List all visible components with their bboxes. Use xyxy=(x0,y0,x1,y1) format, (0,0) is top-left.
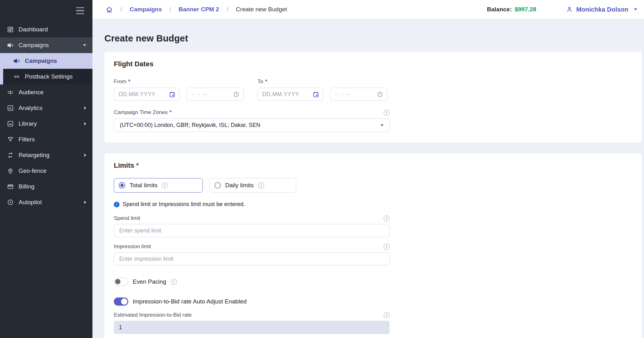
filter-icon xyxy=(7,136,14,143)
daily-limits-label: Daily limits xyxy=(225,182,254,189)
sidebar-item-label: Audience xyxy=(19,89,86,96)
to-date-input[interactable]: DD.MM.YYYY xyxy=(258,88,323,101)
main-content: Create new Budget Flight Dates From* DD.… xyxy=(92,19,644,338)
from-date-group: From* DD.MM.YYYY -- : -- xyxy=(114,79,244,101)
timezone-label: Campaign Time Zones* xyxy=(114,109,172,116)
sidebar-item-campaigns[interactable]: Campaigns xyxy=(0,37,92,53)
required-marker: * xyxy=(265,79,267,84)
limits-info-text: Spend limit or Impressions limit must be… xyxy=(123,201,245,208)
sidebar-item-dashboard[interactable]: Dashboard xyxy=(0,22,92,37)
audience-icon xyxy=(7,89,14,96)
sidebar-item-audience[interactable]: Audience xyxy=(0,84,92,100)
map-pin-icon xyxy=(7,167,14,174)
info-icon[interactable]: i xyxy=(162,183,168,188)
hamburger-menu-button[interactable] xyxy=(76,7,86,14)
time-placeholder: -- : -- xyxy=(335,91,352,98)
sidebar-item-billing[interactable]: Billing xyxy=(0,179,92,194)
breadcrumb-separator: / xyxy=(120,6,122,13)
sidebar-item-label: Geo-fence xyxy=(19,167,86,174)
info-icon[interactable]: i xyxy=(384,244,390,250)
timezone-select[interactable]: (UTC+00:00) London, GBR; Reykjavik, ISL;… xyxy=(114,118,390,132)
info-icon[interactable]: i xyxy=(384,110,390,116)
toggle-knob xyxy=(115,279,120,284)
balance-label: Balance: xyxy=(487,6,512,13)
toggle-knob xyxy=(121,298,127,305)
credit-card-icon xyxy=(7,183,14,190)
from-date-input[interactable]: DD.MM.YYYY xyxy=(114,88,180,101)
limits-type-radio-group: Total limits i Daily limits i xyxy=(114,178,632,193)
sidebar-item-library[interactable]: Library xyxy=(0,116,92,132)
breadcrumb-link-campaigns[interactable]: Campaigns xyxy=(130,6,162,13)
flight-dates-card: Flight Dates From* DD.MM.YYYY xyxy=(104,52,642,143)
chevron-right-icon xyxy=(84,122,86,125)
person-icon xyxy=(566,6,573,13)
sidebar-subitem-postback-settings[interactable]: Postback Settings xyxy=(3,69,92,84)
time-placeholder: -- : -- xyxy=(191,91,208,98)
estimated-rate-label-row: Estimated Impression-to-Bid rate i xyxy=(114,312,390,318)
info-filled-icon: i xyxy=(114,202,119,207)
sidebar-item-label: Postback Settings xyxy=(25,73,86,80)
total-limits-radio[interactable]: Total limits i xyxy=(114,178,203,193)
spend-limit-input[interactable] xyxy=(114,224,390,237)
sidebar-item-autopilot[interactable]: Autopilot xyxy=(0,194,92,210)
dates-row: From* DD.MM.YYYY -- : -- xyxy=(114,79,390,101)
topbar-right: Balance: $997.28 Monichka Dolson xyxy=(487,6,637,13)
required-marker: * xyxy=(169,109,172,115)
chevron-down-icon xyxy=(83,44,86,46)
daily-limits-radio[interactable]: Daily limits i xyxy=(209,178,296,193)
date-placeholder: DD.MM.YYYY xyxy=(262,91,299,98)
sidebar: Dashboard Campaigns Campaigns xyxy=(0,0,92,338)
impression-limit-input[interactable] xyxy=(114,252,390,265)
sidebar-item-filters[interactable]: Filters xyxy=(0,132,92,147)
auto-adjust-row: Impression-to-Bid rate Auto Adjust Enabl… xyxy=(114,297,632,306)
home-icon[interactable] xyxy=(106,6,113,13)
info-icon[interactable]: i xyxy=(171,279,177,285)
user-menu[interactable]: Monichka Dolson xyxy=(566,6,637,13)
link-icon xyxy=(13,73,20,80)
chevron-right-icon xyxy=(84,154,86,157)
even-pacing-toggle[interactable] xyxy=(114,278,128,286)
to-time-input[interactable]: -- : -- xyxy=(330,88,387,101)
required-marker: * xyxy=(128,79,130,84)
sidebar-subitem-campaigns[interactable]: Campaigns xyxy=(3,53,92,69)
info-icon[interactable]: i xyxy=(384,215,390,221)
sidebar-item-label: Dashboard xyxy=(19,26,86,33)
spend-limit-label: Spend limit xyxy=(114,215,140,221)
breadcrumb-link-banner-cpm-2[interactable]: Banner CPM 2 xyxy=(179,6,219,13)
impression-limit-label-row: Impression limit i xyxy=(114,243,390,250)
impression-limit-label: Impression limit xyxy=(114,243,151,250)
sidebar-item-label: Retargeting xyxy=(19,152,80,159)
required-marker: * xyxy=(136,161,139,169)
even-pacing-row: Even Pacing i xyxy=(114,278,632,286)
retargeting-icon xyxy=(7,152,14,159)
breadcrumb-separator: / xyxy=(169,6,171,13)
auto-adjust-toggle[interactable] xyxy=(114,297,128,306)
from-time-input[interactable]: -- : -- xyxy=(186,88,244,101)
sidebar-item-label: Campaigns xyxy=(19,42,78,49)
clock-icon[interactable] xyxy=(377,91,383,98)
sidebar-item-retargeting[interactable]: Retargeting xyxy=(0,147,92,163)
flight-dates-title: Flight Dates xyxy=(114,60,632,68)
info-icon[interactable]: i xyxy=(258,183,264,188)
auto-adjust-label: Impression-to-Bid rate Auto Adjust Enabl… xyxy=(133,298,247,305)
megaphone-icon xyxy=(13,57,20,64)
megaphone-icon xyxy=(7,42,14,49)
chevron-down-icon xyxy=(380,124,384,126)
breadcrumb-separator: / xyxy=(227,6,228,13)
calendar-icon[interactable] xyxy=(169,91,175,98)
topbar: / Campaigns / Banner CPM 2 / Create new … xyxy=(92,0,644,19)
sidebar-item-analytics[interactable]: Analytics xyxy=(0,100,92,116)
even-pacing-label: Even Pacing xyxy=(133,278,166,285)
sidebar-item-geo-fence[interactable]: Geo-fence xyxy=(0,163,92,179)
timezone-selected-value: (UTC+00:00) London, GBR; Reykjavik, ISL;… xyxy=(120,122,260,128)
sidebar-submenu-campaigns: Campaigns Postback Settings xyxy=(0,53,92,84)
calendar-icon[interactable] xyxy=(313,91,319,98)
library-icon xyxy=(7,120,14,127)
sidebar-item-label: Filters xyxy=(19,136,86,143)
from-label: From* xyxy=(114,79,244,85)
balance: Balance: $997.28 xyxy=(487,6,536,13)
autopilot-icon xyxy=(7,199,14,206)
estimated-rate-label: Estimated Impression-to-Bid rate xyxy=(114,312,192,318)
info-icon[interactable]: i xyxy=(384,312,390,318)
clock-icon[interactable] xyxy=(233,91,240,98)
